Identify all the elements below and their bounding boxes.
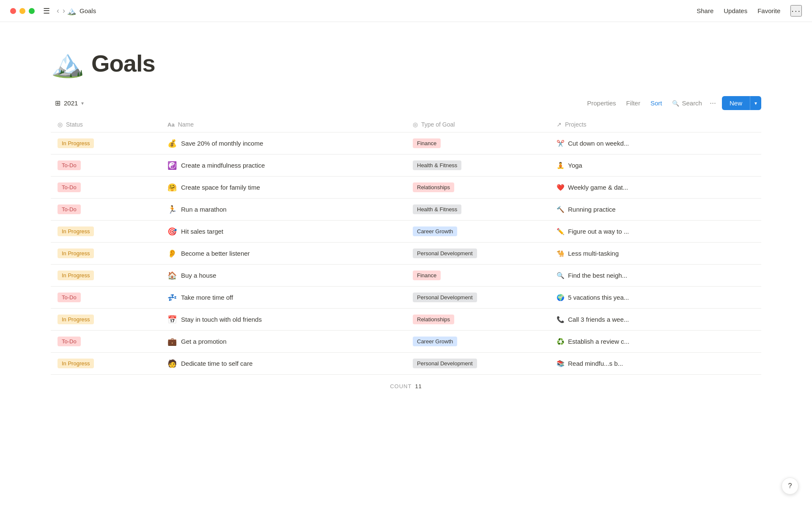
- cell-type-6: Finance: [406, 265, 550, 286]
- table-row[interactable]: To-Do 🏃 Run a marathon Health & Fitness …: [51, 199, 761, 221]
- col-projects-label: Projects: [565, 121, 587, 128]
- properties-button[interactable]: Properties: [582, 97, 621, 109]
- count-label: COUNT: [390, 383, 411, 389]
- table-row[interactable]: In Progress 💰 Save 20% of monthly income…: [51, 133, 761, 155]
- cell-name-10[interactable]: 🧑 Dedicate time to self care: [161, 353, 406, 374]
- table-row[interactable]: In Progress 👂 Become a better listener P…: [51, 243, 761, 265]
- row-name-6: Buy a house: [181, 272, 216, 279]
- toolbar-more-button[interactable]: ···: [707, 96, 719, 110]
- col-projects-header: ↗ Projects: [550, 117, 761, 132]
- project-name-6: Find the best neigh...: [568, 272, 627, 279]
- goals-table: ◎ Status Aa Name ◎ Type of Goal ↗ Projec…: [51, 117, 761, 398]
- share-button[interactable]: Share: [697, 7, 713, 14]
- status-badge-5: In Progress: [58, 248, 94, 258]
- cell-name-0[interactable]: 💰 Save 20% of monthly income: [161, 133, 406, 154]
- cell-name-9[interactable]: 💼 Get a promotion: [161, 331, 406, 352]
- table-row[interactable]: In Progress 🧑 Dedicate time to self care…: [51, 353, 761, 375]
- type-col-icon: ◎: [413, 121, 418, 128]
- cell-name-1[interactable]: ☯️ Create a mindfulness practice: [161, 155, 406, 176]
- row-name-8: Stay in touch with old friends: [181, 316, 262, 323]
- properties-label: Properties: [587, 99, 616, 107]
- cell-project-6[interactable]: 🔍 Find the best neigh...: [550, 265, 761, 286]
- cell-name-5[interactable]: 👂 Become a better listener: [161, 243, 406, 264]
- cell-project-0[interactable]: ✂️ Cut down on weekd...: [550, 133, 761, 154]
- col-type-header: ◎ Type of Goal: [406, 117, 550, 132]
- table-row[interactable]: In Progress 🎯 Hit sales target Career Gr…: [51, 221, 761, 243]
- count-value: 11: [415, 383, 422, 389]
- back-button[interactable]: ‹: [55, 5, 61, 17]
- cell-project-2[interactable]: ❤️ Weekly game & dat...: [550, 177, 761, 198]
- row-name-7: Take more time off: [181, 294, 233, 301]
- cell-type-9: Career Growth: [406, 331, 550, 352]
- minimize-button[interactable]: [19, 8, 25, 14]
- type-badge-6: Finance: [413, 271, 441, 280]
- main-content: 🏔️ Goals ⊞ 2021 ▾ Properties Filter Sort…: [0, 22, 812, 432]
- status-badge-0: In Progress: [58, 138, 94, 148]
- row-emoji-4: 🎯: [167, 227, 177, 236]
- cell-project-9[interactable]: ♻️ Establish a review c...: [550, 331, 761, 352]
- row-emoji-7: 💤: [167, 293, 177, 302]
- project-emoji-1: 🧘: [557, 162, 565, 169]
- status-badge-7: To-Do: [58, 293, 81, 302]
- cell-project-5[interactable]: 🐪 Less multi-tasking: [550, 243, 761, 264]
- table-row[interactable]: In Progress 🏠 Buy a house Finance 🔍 Find…: [51, 265, 761, 287]
- row-name-2: Create space for family time: [181, 184, 260, 191]
- cell-project-10[interactable]: 📚 Read mindfu...s b...: [550, 353, 761, 374]
- maximize-button[interactable]: [29, 8, 35, 14]
- page-header: 🏔️ Goals: [51, 47, 761, 79]
- favorite-button[interactable]: Favorite: [757, 7, 780, 14]
- row-emoji-10: 🧑: [167, 359, 177, 368]
- more-options-button[interactable]: ···: [790, 5, 802, 17]
- cell-name-7[interactable]: 💤 Take more time off: [161, 287, 406, 308]
- filter-button[interactable]: Filter: [621, 97, 645, 109]
- cell-name-6[interactable]: 🏠 Buy a house: [161, 265, 406, 286]
- cell-status-1: To-Do: [51, 155, 161, 176]
- cell-project-1[interactable]: 🧘 Yoga: [550, 155, 761, 176]
- row-name-3: Run a marathon: [181, 206, 227, 213]
- project-name-1: Yoga: [568, 162, 582, 169]
- search-icon: 🔍: [672, 100, 679, 107]
- project-name-0: Cut down on weekd...: [568, 140, 629, 147]
- sort-button[interactable]: Sort: [645, 97, 667, 109]
- table-row[interactable]: To-Do ☯️ Create a mindfulness practice H…: [51, 155, 761, 177]
- cell-project-4[interactable]: ✏️ Figure out a way to ...: [550, 221, 761, 242]
- project-emoji-3: 🔨: [557, 206, 565, 213]
- project-emoji-7: 🌍: [557, 294, 565, 301]
- cell-project-8[interactable]: 📞 Call 3 friends a wee...: [550, 309, 761, 330]
- row-name-4: Hit sales target: [181, 228, 223, 235]
- cell-project-3[interactable]: 🔨 Running practice: [550, 199, 761, 220]
- new-dropdown-button[interactable]: ▾: [750, 96, 761, 110]
- close-button[interactable]: [10, 8, 16, 14]
- cell-status-8: In Progress: [51, 309, 161, 330]
- cell-type-5: Personal Development: [406, 243, 550, 264]
- project-name-7: 5 vacations this yea...: [568, 294, 629, 301]
- search-button[interactable]: 🔍 Search: [667, 97, 707, 109]
- project-emoji-6: 🔍: [557, 272, 565, 279]
- forward-button[interactable]: ›: [61, 5, 67, 17]
- status-badge-10: In Progress: [58, 359, 94, 368]
- cell-status-5: In Progress: [51, 243, 161, 264]
- cell-type-0: Finance: [406, 133, 550, 154]
- table-row[interactable]: To-Do 💤 Take more time off Personal Deve…: [51, 287, 761, 309]
- project-emoji-4: ✏️: [557, 228, 565, 235]
- updates-button[interactable]: Updates: [724, 7, 747, 14]
- search-label: Search: [682, 99, 702, 107]
- new-button[interactable]: New: [722, 96, 750, 110]
- sidebar-toggle[interactable]: ☰: [43, 6, 50, 16]
- table-row[interactable]: To-Do 🤗 Create space for family time Rel…: [51, 177, 761, 199]
- help-button[interactable]: ?: [782, 478, 798, 494]
- cell-name-2[interactable]: 🤗 Create space for family time: [161, 177, 406, 198]
- table-row[interactable]: In Progress 📅 Stay in touch with old fri…: [51, 309, 761, 331]
- project-emoji-5: 🐪: [557, 250, 565, 257]
- table-row[interactable]: To-Do 💼 Get a promotion Career Growth ♻️…: [51, 331, 761, 353]
- cell-project-7[interactable]: 🌍 5 vacations this yea...: [550, 287, 761, 308]
- type-badge-9: Career Growth: [413, 337, 457, 346]
- status-badge-6: In Progress: [58, 271, 94, 280]
- cell-name-8[interactable]: 📅 Stay in touch with old friends: [161, 309, 406, 330]
- view-selector[interactable]: ⊞ 2021 ▾: [51, 97, 88, 110]
- cell-type-7: Personal Development: [406, 287, 550, 308]
- cell-name-4[interactable]: 🎯 Hit sales target: [161, 221, 406, 242]
- cell-status-2: To-Do: [51, 177, 161, 198]
- sort-label: Sort: [650, 99, 662, 107]
- cell-name-3[interactable]: 🏃 Run a marathon: [161, 199, 406, 220]
